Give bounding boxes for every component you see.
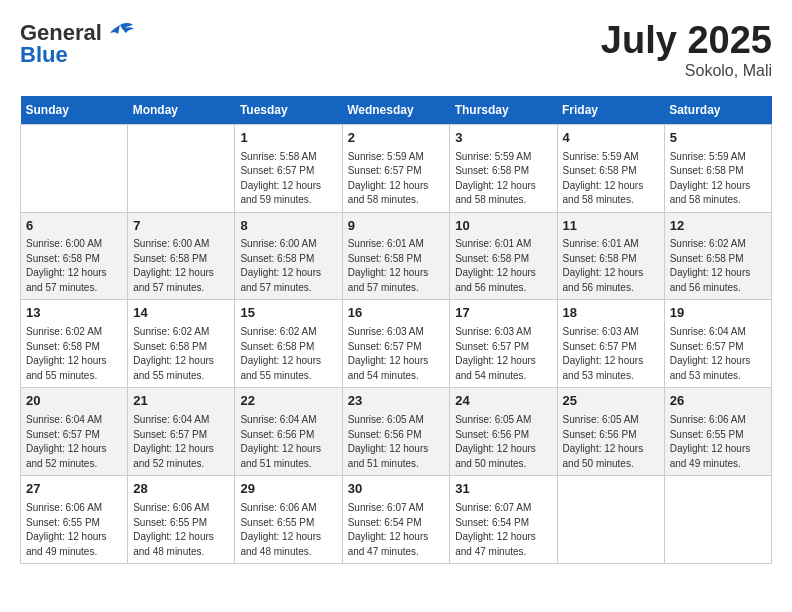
calendar-cell [557, 476, 664, 564]
day-info: Sunrise: 6:04 AMSunset: 6:57 PMDaylight:… [133, 413, 229, 471]
page-header: General Blue July 2025 Sokolo, Mali [20, 20, 772, 80]
calendar-cell: 22Sunrise: 6:04 AMSunset: 6:56 PMDayligh… [235, 388, 342, 476]
day-number: 13 [26, 304, 122, 323]
day-number: 25 [563, 392, 659, 411]
day-number: 16 [348, 304, 445, 323]
day-info: Sunrise: 6:05 AMSunset: 6:56 PMDaylight:… [348, 413, 445, 471]
day-number: 8 [240, 217, 336, 236]
day-number: 30 [348, 480, 445, 499]
day-number: 17 [455, 304, 551, 323]
day-number: 1 [240, 129, 336, 148]
logo-text: General Blue [20, 20, 135, 68]
day-info: Sunrise: 6:04 AMSunset: 6:57 PMDaylight:… [670, 325, 766, 383]
weekday-header-wednesday: Wednesday [342, 96, 450, 125]
month-title: July 2025 [601, 20, 772, 62]
day-info: Sunrise: 5:59 AMSunset: 6:58 PMDaylight:… [563, 150, 659, 208]
calendar-cell: 4Sunrise: 5:59 AMSunset: 6:58 PMDaylight… [557, 124, 664, 212]
day-number: 14 [133, 304, 229, 323]
calendar-cell: 2Sunrise: 5:59 AMSunset: 6:57 PMDaylight… [342, 124, 450, 212]
day-info: Sunrise: 6:07 AMSunset: 6:54 PMDaylight:… [348, 501, 445, 559]
day-info: Sunrise: 5:58 AMSunset: 6:57 PMDaylight:… [240, 150, 336, 208]
day-info: Sunrise: 6:00 AMSunset: 6:58 PMDaylight:… [26, 237, 122, 295]
day-info: Sunrise: 6:05 AMSunset: 6:56 PMDaylight:… [563, 413, 659, 471]
calendar-cell: 12Sunrise: 6:02 AMSunset: 6:58 PMDayligh… [664, 212, 771, 300]
calendar-cell: 19Sunrise: 6:04 AMSunset: 6:57 PMDayligh… [664, 300, 771, 388]
day-number: 4 [563, 129, 659, 148]
calendar-cell: 30Sunrise: 6:07 AMSunset: 6:54 PMDayligh… [342, 476, 450, 564]
title-section: July 2025 Sokolo, Mali [601, 20, 772, 80]
weekday-header-saturday: Saturday [664, 96, 771, 125]
calendar-cell: 27Sunrise: 6:06 AMSunset: 6:55 PMDayligh… [21, 476, 128, 564]
calendar-cell: 5Sunrise: 5:59 AMSunset: 6:58 PMDaylight… [664, 124, 771, 212]
calendar-cell: 31Sunrise: 6:07 AMSunset: 6:54 PMDayligh… [450, 476, 557, 564]
day-info: Sunrise: 6:00 AMSunset: 6:58 PMDaylight:… [240, 237, 336, 295]
day-info: Sunrise: 6:04 AMSunset: 6:56 PMDaylight:… [240, 413, 336, 471]
calendar-cell: 10Sunrise: 6:01 AMSunset: 6:58 PMDayligh… [450, 212, 557, 300]
day-info: Sunrise: 6:00 AMSunset: 6:58 PMDaylight:… [133, 237, 229, 295]
day-number: 22 [240, 392, 336, 411]
week-row-5: 27Sunrise: 6:06 AMSunset: 6:55 PMDayligh… [21, 476, 772, 564]
calendar-cell: 29Sunrise: 6:06 AMSunset: 6:55 PMDayligh… [235, 476, 342, 564]
calendar-cell: 13Sunrise: 6:02 AMSunset: 6:58 PMDayligh… [21, 300, 128, 388]
calendar-cell: 11Sunrise: 6:01 AMSunset: 6:58 PMDayligh… [557, 212, 664, 300]
day-number: 15 [240, 304, 336, 323]
calendar-cell: 16Sunrise: 6:03 AMSunset: 6:57 PMDayligh… [342, 300, 450, 388]
day-number: 27 [26, 480, 122, 499]
calendar-cell: 21Sunrise: 6:04 AMSunset: 6:57 PMDayligh… [128, 388, 235, 476]
day-info: Sunrise: 6:07 AMSunset: 6:54 PMDaylight:… [455, 501, 551, 559]
calendar-cell: 28Sunrise: 6:06 AMSunset: 6:55 PMDayligh… [128, 476, 235, 564]
calendar-cell: 14Sunrise: 6:02 AMSunset: 6:58 PMDayligh… [128, 300, 235, 388]
day-number: 28 [133, 480, 229, 499]
calendar-cell: 9Sunrise: 6:01 AMSunset: 6:58 PMDaylight… [342, 212, 450, 300]
day-number: 12 [670, 217, 766, 236]
day-info: Sunrise: 6:03 AMSunset: 6:57 PMDaylight:… [348, 325, 445, 383]
day-info: Sunrise: 6:01 AMSunset: 6:58 PMDaylight:… [563, 237, 659, 295]
week-row-1: 1Sunrise: 5:58 AMSunset: 6:57 PMDaylight… [21, 124, 772, 212]
day-number: 18 [563, 304, 659, 323]
day-number: 29 [240, 480, 336, 499]
day-number: 26 [670, 392, 766, 411]
day-info: Sunrise: 6:06 AMSunset: 6:55 PMDaylight:… [240, 501, 336, 559]
day-info: Sunrise: 6:04 AMSunset: 6:57 PMDaylight:… [26, 413, 122, 471]
weekday-header-monday: Monday [128, 96, 235, 125]
calendar-cell: 6Sunrise: 6:00 AMSunset: 6:58 PMDaylight… [21, 212, 128, 300]
day-info: Sunrise: 5:59 AMSunset: 6:57 PMDaylight:… [348, 150, 445, 208]
day-info: Sunrise: 5:59 AMSunset: 6:58 PMDaylight:… [670, 150, 766, 208]
calendar-cell: 8Sunrise: 6:00 AMSunset: 6:58 PMDaylight… [235, 212, 342, 300]
week-row-3: 13Sunrise: 6:02 AMSunset: 6:58 PMDayligh… [21, 300, 772, 388]
day-info: Sunrise: 6:01 AMSunset: 6:58 PMDaylight:… [348, 237, 445, 295]
calendar-cell: 3Sunrise: 5:59 AMSunset: 6:58 PMDaylight… [450, 124, 557, 212]
weekday-header-row: SundayMondayTuesdayWednesdayThursdayFrid… [21, 96, 772, 125]
day-number: 24 [455, 392, 551, 411]
day-number: 6 [26, 217, 122, 236]
day-info: Sunrise: 6:01 AMSunset: 6:58 PMDaylight:… [455, 237, 551, 295]
day-info: Sunrise: 6:02 AMSunset: 6:58 PMDaylight:… [670, 237, 766, 295]
day-number: 11 [563, 217, 659, 236]
calendar-cell: 23Sunrise: 6:05 AMSunset: 6:56 PMDayligh… [342, 388, 450, 476]
day-number: 31 [455, 480, 551, 499]
weekday-header-tuesday: Tuesday [235, 96, 342, 125]
calendar-cell [664, 476, 771, 564]
calendar-cell: 20Sunrise: 6:04 AMSunset: 6:57 PMDayligh… [21, 388, 128, 476]
day-info: Sunrise: 5:59 AMSunset: 6:58 PMDaylight:… [455, 150, 551, 208]
calendar-cell: 26Sunrise: 6:06 AMSunset: 6:55 PMDayligh… [664, 388, 771, 476]
weekday-header-friday: Friday [557, 96, 664, 125]
day-number: 19 [670, 304, 766, 323]
calendar-cell: 17Sunrise: 6:03 AMSunset: 6:57 PMDayligh… [450, 300, 557, 388]
logo: General Blue [20, 20, 135, 68]
calendar-cell: 15Sunrise: 6:02 AMSunset: 6:58 PMDayligh… [235, 300, 342, 388]
week-row-4: 20Sunrise: 6:04 AMSunset: 6:57 PMDayligh… [21, 388, 772, 476]
day-info: Sunrise: 6:06 AMSunset: 6:55 PMDaylight:… [26, 501, 122, 559]
day-info: Sunrise: 6:05 AMSunset: 6:56 PMDaylight:… [455, 413, 551, 471]
day-info: Sunrise: 6:06 AMSunset: 6:55 PMDaylight:… [670, 413, 766, 471]
day-number: 7 [133, 217, 229, 236]
day-number: 10 [455, 217, 551, 236]
day-number: 9 [348, 217, 445, 236]
week-row-2: 6Sunrise: 6:00 AMSunset: 6:58 PMDaylight… [21, 212, 772, 300]
day-number: 20 [26, 392, 122, 411]
day-number: 2 [348, 129, 445, 148]
day-info: Sunrise: 6:02 AMSunset: 6:58 PMDaylight:… [26, 325, 122, 383]
day-info: Sunrise: 6:02 AMSunset: 6:58 PMDaylight:… [133, 325, 229, 383]
calendar-cell [128, 124, 235, 212]
day-info: Sunrise: 6:06 AMSunset: 6:55 PMDaylight:… [133, 501, 229, 559]
